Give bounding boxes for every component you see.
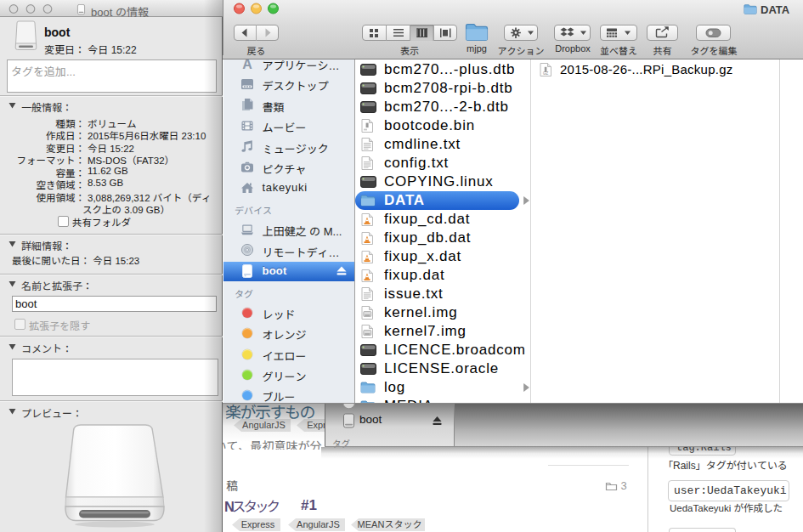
svg-text:GZ: GZ	[543, 71, 549, 76]
